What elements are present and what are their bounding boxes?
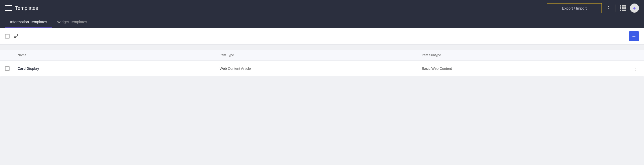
table-header-row: Name Item Type Item Subtype bbox=[0, 50, 644, 61]
templates-table: Name Item Type Item Subtype Card Display… bbox=[0, 50, 644, 77]
sidebar-toggle-button[interactable] bbox=[5, 5, 12, 11]
user-avatar[interactable]: ● bbox=[630, 4, 639, 13]
app-grid-icon[interactable] bbox=[620, 5, 626, 11]
column-name-header: Name bbox=[18, 53, 220, 57]
row-name: Card Display bbox=[18, 67, 220, 71]
more-options-icon[interactable]: ⋮ bbox=[606, 5, 612, 11]
select-all-checkbox[interactable] bbox=[5, 34, 10, 39]
table-wrapper: Name Item Type Item Subtype Card Display… bbox=[0, 45, 644, 82]
tabs-bar: Information Templates Widget Templates bbox=[0, 16, 644, 28]
tab-widget-templates[interactable]: Widget Templates bbox=[52, 16, 92, 28]
column-item-type-header: Item Type bbox=[220, 53, 422, 57]
table-row: Card Display Web Content Article Basic W… bbox=[0, 61, 644, 77]
header-right: Export / Import ⋮ ● bbox=[547, 3, 639, 13]
add-template-button[interactable]: + bbox=[629, 31, 639, 41]
page-title: Templates bbox=[15, 5, 38, 11]
row-checkbox-col bbox=[5, 66, 18, 71]
header-left: Templates bbox=[5, 5, 38, 11]
app-header: Templates Export / Import ⋮ ● bbox=[0, 0, 644, 16]
row-item-type: Web Content Article bbox=[220, 67, 422, 71]
row-item-subtype: Basic Web Content bbox=[422, 67, 624, 71]
row-select-checkbox[interactable] bbox=[5, 66, 10, 71]
tab-information-templates[interactable]: Information Templates bbox=[5, 16, 52, 28]
header-divider bbox=[616, 5, 616, 12]
header-checkbox-col bbox=[5, 53, 18, 57]
sort-button[interactable] bbox=[14, 34, 19, 39]
row-more-options-button[interactable]: ⋮ bbox=[631, 65, 639, 72]
toolbar-left bbox=[5, 34, 19, 39]
row-actions: ⋮ bbox=[624, 65, 639, 72]
header-actions-col bbox=[624, 53, 639, 57]
column-item-subtype-header: Item Subtype bbox=[422, 53, 624, 57]
avatar-icon: ● bbox=[633, 5, 636, 11]
content-toolbar: + bbox=[0, 28, 644, 45]
export-import-button[interactable]: Export / Import bbox=[547, 3, 602, 13]
